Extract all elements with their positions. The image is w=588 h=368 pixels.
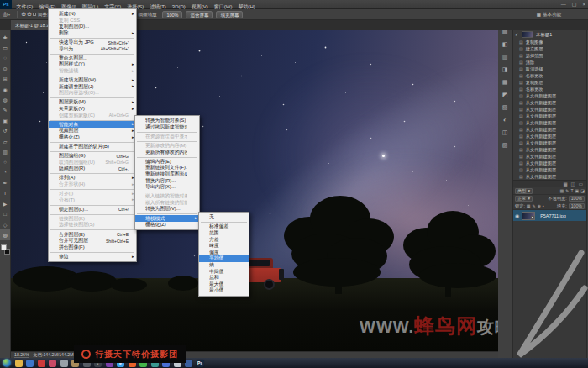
crop-tool[interactable]: ⊞	[0, 74, 10, 84]
shape-tool[interactable]: □	[0, 209, 10, 219]
zoom-in-icon[interactable]: ⊕	[21, 11, 26, 18]
history-entry[interactable]: ▤ 选择范围	[513, 52, 586, 59]
start-button[interactable]	[3, 359, 11, 367]
menu-item[interactable]: 锁定图层(L)... Ctrl+/	[49, 206, 136, 213]
menu-item[interactable]: 图层内容选项(O)...	[49, 90, 136, 97]
brush-tool[interactable]: ✎	[0, 105, 10, 115]
layer-filter-icon[interactable]: ▣	[575, 188, 580, 193]
minimize-button[interactable]: —	[561, 0, 566, 9]
marquee-tool[interactable]: ▭	[0, 42, 10, 52]
layer-row-selected[interactable]: ◉ _P5A7711.jpg	[513, 210, 586, 221]
panel-icon[interactable]: ▨	[499, 139, 512, 151]
opacity-input[interactable]: 100%	[569, 196, 585, 202]
submenu-item[interactable]: 通过拷贝新建智能对象(C)	[135, 124, 199, 131]
menu-item[interactable]: 隐藏图层(R) Ctrl+,	[49, 166, 136, 172]
menu-item[interactable]: 拼合图像(F)	[49, 244, 136, 250]
submenu-item[interactable]: 导出内容(X)...	[135, 184, 199, 191]
history-entry[interactable]: ▤ 从文件新建图层	[513, 92, 586, 99]
history-entry[interactable]: ▤ 从文件新建图层	[513, 126, 586, 133]
history-entry[interactable]: ▤ 从文件新建图层	[513, 139, 586, 146]
history-entry[interactable]: ▤ 从文件新建图层	[513, 106, 586, 113]
history-entry[interactable]: ▤ 名称更改	[513, 86, 586, 92]
panel-icon[interactable]: ◨	[499, 63, 512, 76]
panel-icon[interactable]: ▥	[499, 50, 512, 63]
tool-preset-caret-icon[interactable]: ▾	[8, 13, 10, 17]
layer-filter-icon[interactable]: ✎	[565, 188, 569, 193]
history-entry[interactable]: ▤ 复制图层	[513, 79, 586, 86]
history-snapshot[interactable]: ✓ 未标题1	[513, 30, 586, 39]
lock-icon[interactable]: ⊕	[538, 203, 541, 208]
menu-item[interactable]: 修边	[49, 254, 136, 260]
layer-filter-icon[interactable]: ◪	[580, 188, 585, 193]
menu-item[interactable]: 选择链接图层(S)	[49, 222, 136, 229]
layer-thumbnail[interactable]	[522, 212, 535, 220]
quick-selection-tool[interactable]: ⊙	[0, 63, 10, 73]
app-gray[interactable]	[60, 360, 68, 367]
healing-brush-tool[interactable]: ◍	[0, 94, 10, 104]
hand-tool[interactable]: ◇	[0, 219, 10, 229]
history-entry[interactable]: ▤ 从文件新建图层	[513, 99, 586, 106]
app-steel[interactable]	[185, 360, 192, 367]
blur-tool[interactable]: ○	[0, 157, 10, 167]
history-entry[interactable]: ▤ 从文件新建图层	[513, 113, 586, 119]
menubar-item[interactable]: 帮助(H)	[235, 4, 258, 9]
restore-button[interactable]: ▢	[572, 0, 577, 9]
menu-item[interactable]: 栅格化(Z)	[49, 134, 136, 141]
type-tool[interactable]: T	[0, 188, 10, 198]
photoshop[interactable]: Ps	[197, 360, 204, 367]
submenu-item[interactable]: 更新所有修改的内容(A)	[135, 149, 199, 155]
zoom-percentage[interactable]: 18.26%	[14, 352, 29, 358]
app-red[interactable]	[38, 360, 45, 367]
pen-tool[interactable]: ✒	[0, 177, 10, 187]
history-entry[interactable]: ▤ 从文件新建图层	[513, 166, 586, 173]
workspace-switcher[interactable]: ▦ 基本功能	[537, 12, 561, 18]
menu-item[interactable]: 删除	[49, 30, 136, 37]
menu-item[interactable]: 智能滤镜	[49, 68, 136, 75]
menu-item[interactable]: 分布(T)	[49, 197, 136, 203]
history-entry[interactable]: ▤ 名称更改	[513, 72, 586, 79]
color-swatches[interactable]	[1, 244, 10, 255]
blend-mode-select[interactable]: 正常▾	[515, 196, 533, 202]
lock-icon[interactable]: ▦	[527, 203, 531, 208]
eraser-tool[interactable]: ▱	[0, 136, 10, 146]
zoom-tool-icon[interactable]: ◎	[3, 11, 8, 18]
history-entry[interactable]: ▤ 取消选择	[513, 66, 586, 72]
history-entry[interactable]: ▤ 从文件新建图层	[513, 133, 586, 139]
submenu-item[interactable]: 栅格化(Z)	[135, 222, 199, 229]
history-entry[interactable]: ▤ 从文件新建图层	[513, 173, 586, 180]
dodge-tool[interactable]: ◔	[0, 167, 10, 177]
layer-filter-select[interactable]: 类型▾	[515, 188, 533, 194]
menu-item[interactable]: 创建剪贴蒙版(C) Alt+Ctrl+G	[49, 112, 136, 118]
panel-icon[interactable]: ▧	[499, 101, 512, 113]
menu-item[interactable]: 合并形状(H)	[49, 181, 136, 188]
lock-icon[interactable]: ▪	[543, 203, 544, 208]
layer-filter-icon[interactable]: ▦	[560, 188, 564, 193]
history-entry[interactable]: ▤ 建立图层	[513, 45, 586, 52]
panel-icon[interactable]: ◧	[499, 38, 512, 50]
history-entry[interactable]: ▤ 从文件新建图层	[513, 153, 586, 160]
menubar-item[interactable]: 3D(D)	[169, 4, 188, 9]
history-entry[interactable]: ▤ 清除	[513, 59, 586, 66]
close-button[interactable]: ×	[582, 0, 585, 9]
app-crimson[interactable]	[49, 360, 56, 367]
foreground-color-swatch[interactable]	[1, 244, 7, 250]
stack-mode-item[interactable]: 无	[199, 214, 249, 221]
history-entry[interactable]: ▤ 从文件新建图层	[513, 160, 586, 166]
history-entry[interactable]: ▤ 复制图像	[513, 39, 586, 45]
menu-item[interactable]: 新建基于图层的切片(B)	[49, 144, 136, 150]
explorer[interactable]	[15, 360, 23, 367]
panel-icon[interactable]: ▦	[499, 76, 512, 88]
panel-icon[interactable]: ◩	[499, 88, 512, 101]
menubar-item[interactable]: 视图(V)	[188, 4, 211, 9]
menubar-item[interactable]: 窗口(W)	[211, 4, 235, 9]
history-brush-tool[interactable]: ↺	[0, 126, 10, 136]
submenu-item[interactable]: 转换为图层(V)...	[135, 206, 199, 213]
history-entry[interactable]: ▤ 从文件新建图层	[513, 119, 586, 126]
move-tool[interactable]: ✚	[0, 32, 10, 42]
menubar-item[interactable]: 滤镜(T)	[147, 4, 170, 9]
gradient-tool[interactable]: ▥	[0, 146, 10, 156]
layer-filter-icon[interactable]: T	[570, 188, 573, 193]
path-selection-tool[interactable]: ▶	[0, 198, 10, 208]
clone-stamp-tool[interactable]: ▣	[0, 115, 10, 125]
menu-item[interactable]: 导出为... Alt+Shift+Ctrl+'	[49, 45, 136, 52]
